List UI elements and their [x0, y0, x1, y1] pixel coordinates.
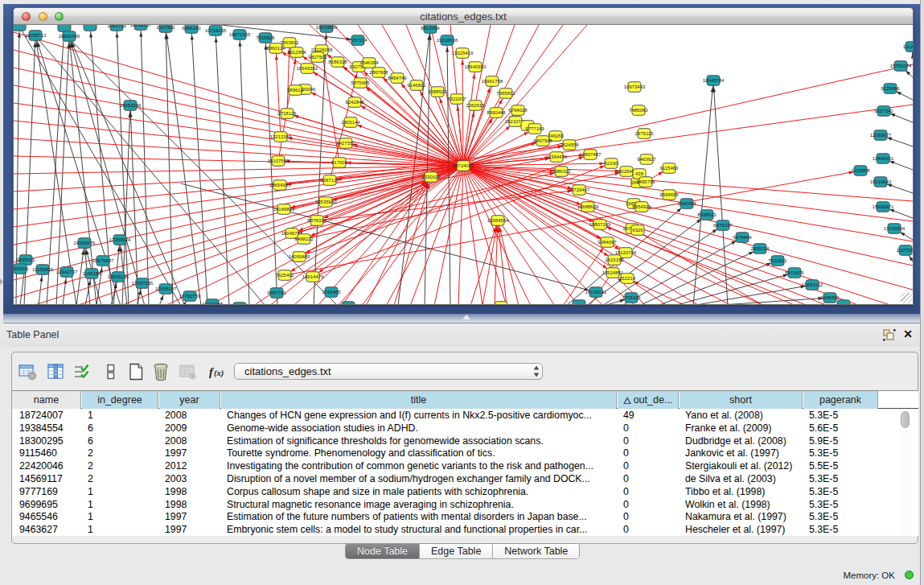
- table-cell: 5.3E-5: [809, 410, 878, 422]
- graph-node[interactable]: [837, 300, 850, 304]
- graph-edge-arrow: [116, 32, 119, 37]
- rows-button[interactable]: [101, 361, 121, 382]
- graph-node-label: 2803144: [341, 120, 360, 125]
- close-icon[interactable]: ✕: [903, 328, 913, 340]
- graph-node-label: 62160: [605, 161, 618, 166]
- graph-node[interactable]: [342, 302, 355, 304]
- graph-edge-arrow: [889, 161, 894, 164]
- graph-node-label: 12942737: [56, 270, 78, 274]
- graph-node-label: 9463627: [637, 157, 656, 162]
- window-resize-grip[interactable]: [901, 293, 912, 303]
- graph-edge-arrow: [713, 229, 717, 233]
- graph-node[interactable]: [58, 25, 71, 31]
- table-settings-button[interactable]: [17, 361, 38, 382]
- table-row[interactable]: 969969511998Structural magnetic resonanc…: [12, 499, 918, 512]
- column-header-out_de[interactable]: out_de...: [618, 391, 679, 409]
- graph-edge-arrow: [461, 60, 464, 64]
- column-header-short[interactable]: short: [680, 391, 803, 409]
- table-row[interactable]: 1872400712008Changes of HCN gene express…: [12, 410, 918, 422]
- select-rows-button[interactable]: [72, 361, 92, 382]
- table-row[interactable]: 1938455462009Genome-wide association stu…: [12, 422, 918, 435]
- table-cell: 1: [88, 499, 158, 512]
- graph-node-label: 6479197: [713, 223, 733, 228]
- graph-node-label: 7955812: [496, 91, 515, 96]
- tab-node-table[interactable]: Node Table: [346, 544, 420, 558]
- graph-node[interactable]: [573, 300, 585, 304]
- network-window: citations_edges.txt 14055713206914061093…: [13, 7, 914, 305]
- graph-edge: [35, 35, 76, 304]
- function-button[interactable]: f (x): [207, 361, 228, 382]
- table-selector[interactable]: citations_edges.txt: [234, 363, 543, 380]
- graph-edge-arrow: [302, 56, 307, 60]
- column-header-label: out_de...: [634, 394, 673, 406]
- tab-network-table[interactable]: Network Table: [493, 544, 579, 558]
- graph-edge-arrow: [275, 55, 278, 60]
- network-canvas[interactable]: 1405571320691406109371910853257152760264…: [14, 25, 913, 304]
- graph-node-label: 17359924: [109, 237, 131, 242]
- delete-button[interactable]: [150, 361, 171, 382]
- graph-node-label: 8427552: [336, 141, 355, 146]
- graph-node[interactable]: [233, 303, 246, 304]
- graph-edge: [130, 105, 138, 304]
- memory-ok-indicator: [905, 571, 914, 579]
- graph-edge: [463, 166, 555, 304]
- graph-node-label: 16543362: [297, 66, 318, 71]
- graph-node-label: 8878334: [307, 218, 326, 223]
- graph-edge: [278, 52, 297, 161]
- graph-node-label: 252214: [619, 276, 636, 281]
- table-row[interactable]: 1830029562008Estimation of significance …: [12, 435, 918, 448]
- tab-edge-table[interactable]: Edge Table: [420, 544, 493, 558]
- column-header-label: pagerank: [819, 394, 861, 406]
- graph-edge-arrow: [313, 72, 318, 76]
- table-cell: 18300295: [19, 435, 81, 448]
- table-row[interactable]: 946362711997Embryonic stem cells: a mode…: [12, 524, 918, 537]
- graph-edge-arrow: [524, 132, 528, 136]
- vertical-scrollbar[interactable]: [899, 410, 911, 536]
- graph-edge: [69, 36, 97, 304]
- graph-node-label: 2867608: [369, 70, 388, 75]
- graph-edge: [351, 122, 463, 166]
- column-button[interactable]: [45, 361, 66, 382]
- float-icon[interactable]: [883, 329, 896, 341]
- split-pane-divider[interactable]: [3, 314, 920, 323]
- graph-node-label: 1527602: [156, 25, 175, 30]
- graph-node-label: 16782759: [179, 294, 201, 299]
- table-cell: 6: [88, 435, 158, 448]
- table-row[interactable]: 977716911998Corpus callosum shape and si…: [12, 486, 918, 499]
- table-row[interactable]: 2242004622012Investigating the contribut…: [12, 460, 918, 473]
- graph-edge-arrow: [731, 241, 736, 245]
- graph-node-label: 7986322: [552, 169, 571, 174]
- column-header-label: name: [34, 394, 59, 406]
- table-cell: Yano et al. (2008): [685, 410, 803, 422]
- graph-node-label: 10654112: [802, 282, 823, 287]
- table-row[interactable]: 1456911722003Disruption of a novel membe…: [12, 473, 918, 486]
- delete-table-button[interactable]: [177, 361, 198, 382]
- graph-edge-arrow: [600, 166, 605, 169]
- table-cell: 5.3E-5: [809, 447, 878, 460]
- graph-node[interactable]: [84, 25, 97, 31]
- graph-node[interactable]: [495, 302, 507, 304]
- graph-edge: [463, 166, 732, 304]
- graph-edge-arrow: [889, 209, 894, 212]
- graph-edge-arrow: [472, 73, 475, 78]
- table-row[interactable]: 946554611997Estimation of the future num…: [12, 511, 918, 524]
- table-row[interactable]: 911546021997Tourette syndrome. Phenomeno…: [12, 447, 918, 460]
- table-cell: 1: [88, 511, 158, 524]
- sort-ascending-icon: [623, 397, 631, 404]
- new-file-button[interactable]: [125, 361, 146, 382]
- network-window-titlebar[interactable]: citations_edges.txt: [14, 8, 913, 25]
- table-cell: Disruption of a novel member of a sodium…: [227, 473, 617, 486]
- column-header-pagerank[interactable]: pagerank: [803, 391, 878, 409]
- network-graph[interactable]: 1405571320691406109371910853257152760264…: [14, 25, 913, 304]
- column-header-title[interactable]: title: [221, 391, 617, 409]
- graph-edge: [463, 105, 913, 166]
- column-header-in_degree[interactable]: in_degree: [82, 391, 158, 409]
- scrollbar-thumb[interactable]: [901, 411, 910, 428]
- table-cell: 2009: [165, 422, 220, 435]
- collapse-arrow-icon[interactable]: [0, 278, 3, 285]
- table-cell: Structural magnetic resonance image aver…: [227, 499, 617, 512]
- graph-node[interactable]: [14, 25, 26, 31]
- table-cell: 2: [88, 473, 158, 486]
- column-header-name[interactable]: name: [12, 391, 81, 409]
- column-header-year[interactable]: year: [159, 391, 220, 409]
